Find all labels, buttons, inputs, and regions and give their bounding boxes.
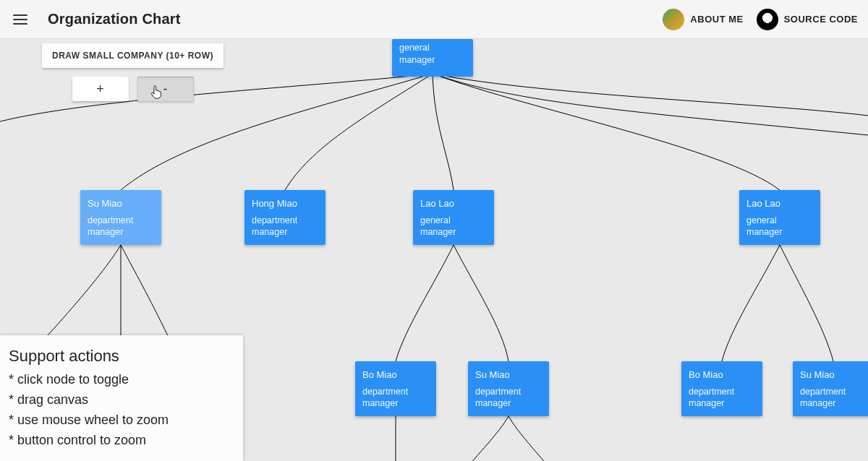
node-name: Lao Lao: [746, 197, 813, 210]
github-icon: [757, 9, 778, 30]
menu-icon[interactable]: [10, 9, 30, 30]
node-role: general manager: [746, 215, 813, 239]
org-node-l2-su-miao-2[interactable]: Su Miao department manager: [793, 361, 868, 416]
about-me-link[interactable]: ABOUT ME: [663, 9, 743, 30]
header-right: ABOUT ME SOURCE CODE: [663, 9, 858, 30]
help-title: Support actions: [9, 347, 234, 366]
zoom-out-button[interactable]: -: [137, 77, 194, 101]
node-name: Lao Lao: [420, 197, 487, 210]
org-node-l1-lao-lao-2[interactable]: Lao Lao general manager: [739, 190, 820, 245]
node-name: Bo Miao: [689, 369, 755, 382]
node-role: general manager: [399, 42, 466, 66]
org-node-l1-hong-miao[interactable]: Hong Miao department manager: [244, 190, 326, 245]
node-role: general manager: [420, 215, 487, 239]
node-role: department manager: [252, 215, 318, 239]
org-node-l2-su-miao-1[interactable]: Su Miao department manager: [468, 361, 549, 416]
zoom-in-button[interactable]: +: [72, 77, 129, 101]
help-panel: Support actions * click node to toggle *…: [0, 335, 243, 461]
org-node-l2-bo-miao-1[interactable]: Bo Miao department manager: [355, 361, 436, 416]
avatar: [663, 9, 684, 30]
help-item: * drag canvas: [9, 390, 234, 410]
help-item: * use mouse wheel to zoom: [9, 410, 234, 431]
node-role: department manager: [689, 386, 755, 410]
page-title: Organization Chart: [48, 11, 181, 27]
node-role: department manager: [800, 386, 867, 410]
node-name: Hong Miao: [252, 197, 318, 210]
node-name: Su Miao: [800, 369, 867, 382]
about-me-label: ABOUT ME: [690, 14, 743, 25]
toolbar: DRAW SMALL COMPANY (10+ ROW) + -: [42, 43, 224, 101]
node-role: department manager: [362, 386, 429, 410]
org-node-root[interactable]: general manager: [392, 39, 473, 77]
source-code-label: SOURCE CODE: [784, 14, 858, 25]
org-node-l1-su-miao[interactable]: Su Miao department manager: [80, 190, 161, 245]
node-name: Su Miao: [475, 369, 542, 382]
draw-company-button[interactable]: DRAW SMALL COMPANY (10+ ROW): [42, 43, 224, 68]
node-name: Su Miao: [88, 197, 154, 210]
org-node-l2-bo-miao-2[interactable]: Bo Miao department manager: [681, 361, 762, 416]
help-item: * click node to toggle: [9, 370, 234, 390]
zoom-controls: + -: [42, 77, 224, 101]
node-role: department manager: [475, 386, 542, 410]
app-header: Organization Chart ABOUT ME SOURCE CODE: [0, 0, 868, 39]
node-role: department manager: [88, 215, 154, 239]
help-item: * button control to zoom: [9, 431, 234, 451]
node-name: Bo Miao: [362, 369, 429, 382]
source-code-link[interactable]: SOURCE CODE: [757, 9, 858, 30]
org-node-l1-lao-lao-1[interactable]: Lao Lao general manager: [413, 190, 494, 245]
